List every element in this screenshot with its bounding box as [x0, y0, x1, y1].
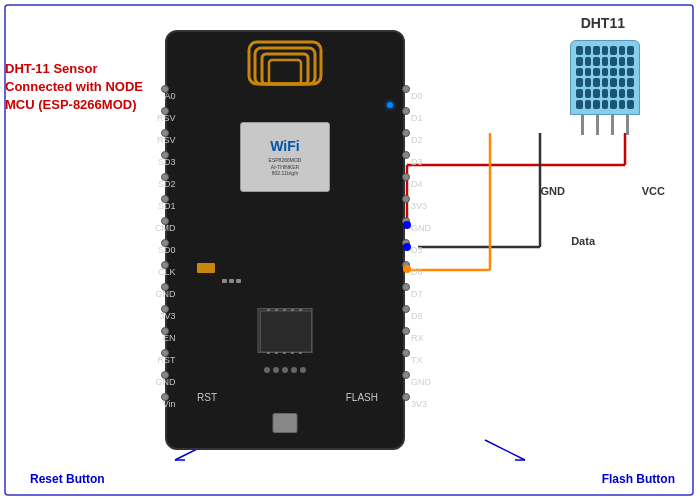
dht11-leg-1	[581, 115, 584, 135]
sensor-hole	[593, 68, 600, 77]
sensor-hole	[610, 46, 617, 55]
right-pin-label: D6	[411, 267, 423, 277]
sensor-hole	[619, 46, 626, 55]
right-pin-label: D1	[411, 113, 423, 123]
svg-line-11	[485, 440, 525, 460]
right-pin-label: D3	[411, 157, 423, 167]
main-title: DHT-11 Sensor Connected with NODE MCU (E…	[5, 60, 160, 115]
wifi-module: WiFi ESP8266MOD AI-THINKER 802.11b/g/n	[240, 122, 330, 192]
sensor-hole	[585, 57, 592, 66]
left-pin-circles	[161, 85, 169, 415]
sensor-hole	[602, 78, 609, 87]
gnd-label: GND	[541, 185, 565, 197]
right-pin-label: GND	[411, 377, 431, 387]
right-pin-label: D5	[411, 245, 423, 255]
right-pin-label: TX	[411, 355, 423, 365]
sensor-hole	[627, 100, 634, 109]
pin-dot	[402, 305, 410, 313]
right-pin-row: D0	[408, 85, 431, 107]
solder-pads	[264, 367, 306, 373]
pin-dot	[161, 393, 169, 401]
board-right-pin-labels: D0D1D2D3D43V3GNDD5D6D7D8RXTXGND3V3	[408, 85, 431, 415]
sensor-hole	[576, 89, 583, 98]
vcc-label: VCC	[642, 185, 665, 197]
sensor-hole	[585, 46, 592, 55]
right-pin-label: D8	[411, 311, 423, 321]
svg-rect-16	[269, 60, 301, 84]
svg-rect-17	[261, 311, 312, 352]
sensor-hole	[610, 68, 617, 77]
right-pin-row: D2	[408, 129, 431, 151]
sensor-hole	[610, 57, 617, 66]
pin-dot	[402, 151, 410, 159]
sensor-hole	[602, 100, 609, 109]
sensor-hole	[593, 46, 600, 55]
sensor-hole	[593, 100, 600, 109]
pin-dot	[402, 195, 410, 203]
pin-dot	[402, 107, 410, 115]
pin-dot	[161, 107, 169, 115]
right-pin-label: GND	[411, 223, 431, 233]
sensor-hole	[602, 89, 609, 98]
led-blue	[387, 102, 393, 108]
antenna-coil	[247, 40, 323, 88]
pin-dot	[402, 85, 410, 93]
sensor-hole	[619, 78, 626, 87]
sensor-hole	[627, 68, 634, 77]
right-pin-row: D4	[408, 173, 431, 195]
smd-components	[222, 279, 241, 283]
sensor-hole	[610, 78, 617, 87]
right-pin-row: D3	[408, 151, 431, 173]
sensor-hole	[593, 78, 600, 87]
dht11-sensor	[570, 40, 640, 130]
sensor-hole	[585, 100, 592, 109]
pin-dot	[161, 349, 169, 357]
right-pin-row: GND	[408, 217, 431, 239]
right-pin-row: D8	[408, 305, 431, 327]
sensor-hole	[619, 57, 626, 66]
right-pin-row: RX	[408, 327, 431, 349]
sensor-hole	[576, 100, 583, 109]
right-pin-row: 3V3	[408, 393, 431, 415]
pin-dot	[402, 283, 410, 291]
rst-label: RST	[197, 392, 217, 403]
pin-dot	[161, 283, 169, 291]
pin-dot	[161, 261, 169, 269]
dht11-leg-2	[596, 115, 599, 135]
pin-dot	[402, 371, 410, 379]
nodemcu-board: WiFi ESP8266MOD AI-THINKER 802.11b/g/n	[165, 30, 405, 450]
flash-button-label: Flash Button	[602, 472, 675, 486]
pin-dot	[161, 327, 169, 335]
conn-dot-d5	[403, 265, 411, 273]
sensor-hole	[610, 100, 617, 109]
sensor-hole	[593, 57, 600, 66]
right-pin-label: D4	[411, 179, 423, 189]
sensor-hole	[627, 89, 634, 98]
pin-dot	[161, 217, 169, 225]
sensor-hole	[602, 68, 609, 77]
pin-dot	[161, 305, 169, 313]
pin-dot	[402, 327, 410, 335]
sensor-hole	[593, 89, 600, 98]
pin-dot	[161, 129, 169, 137]
esp-chip	[258, 308, 313, 353]
sensor-hole	[610, 89, 617, 98]
smd-component-1	[197, 263, 215, 273]
flash-label: FLASH	[346, 392, 378, 403]
right-pin-label: RX	[411, 333, 424, 343]
reset-button-label: Reset Button	[30, 472, 105, 486]
sensor-hole	[619, 100, 626, 109]
sensor-hole	[619, 89, 626, 98]
sensor-hole	[627, 46, 634, 55]
right-pin-label: D2	[411, 135, 423, 145]
sensor-hole	[627, 78, 634, 87]
right-pin-row: TX	[408, 349, 431, 371]
sensor-hole	[576, 57, 583, 66]
sensor-hole	[585, 78, 592, 87]
dht11-body	[570, 40, 640, 115]
dht11-leg-4	[626, 115, 629, 135]
pin-dot	[161, 195, 169, 203]
right-pin-row: 3V3	[408, 195, 431, 217]
right-pin-label: D7	[411, 289, 423, 299]
pin-dot	[402, 393, 410, 401]
